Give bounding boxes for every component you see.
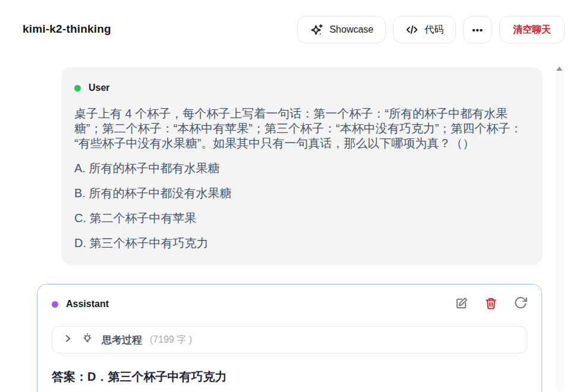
showcase-button-label: Showcase: [329, 24, 373, 35]
page-title: kimi-k2-thinking: [23, 23, 111, 36]
code-button-label: 代码: [424, 24, 443, 36]
thinking-word-count: (7199 字 ): [150, 334, 192, 346]
option-b: B. 所有的杯子中都没有水果糖: [74, 186, 528, 201]
assistant-role-dot: [52, 301, 58, 308]
user-role-dot: [74, 85, 81, 91]
header-bar: kimi-k2-thinking Showcase: [0, 0, 576, 57]
assistant-role-row: Assistant: [52, 299, 455, 309]
assistant-answer-text: 答案：D．第三个杯子中有巧克力: [52, 369, 527, 384]
sparkle-icon: [310, 23, 323, 37]
assistant-role-label: Assistant: [66, 299, 109, 309]
header-actions: Showcase 代码 ••• 清空聊天: [297, 16, 565, 43]
thinking-process-toggle[interactable]: 思考过程 (7199 字 ): [52, 326, 527, 353]
refresh-icon: [514, 296, 527, 312]
assistant-actions: [455, 296, 527, 312]
clear-chat-button[interactable]: 清空聊天: [499, 16, 565, 43]
lightbulb-icon: [81, 332, 94, 347]
user-message-card: User 桌子上有 4 个杯子，每个杯子上写着一句话：第一个杯子：“所有的杯子中…: [61, 67, 543, 265]
showcase-button[interactable]: Showcase: [297, 16, 386, 43]
option-a: A. 所有的杯子中都有水果糖: [74, 161, 528, 176]
scrollbar[interactable]: [555, 63, 564, 392]
option-c: C. 第二个杯子中有苹果: [74, 211, 528, 226]
user-role-label: User: [89, 83, 110, 93]
chat-page: kimi-k2-thinking Showcase: [0, 0, 576, 392]
code-button[interactable]: 代码: [393, 16, 456, 43]
user-role-row: User: [74, 83, 528, 93]
thinking-process-label: 思考过程: [102, 333, 142, 347]
regenerate-button[interactable]: [514, 296, 527, 312]
trash-icon: [484, 297, 498, 312]
delete-message-button[interactable]: [484, 297, 498, 312]
assistant-header-row: Assistant: [52, 296, 527, 312]
scroll-up-arrow-icon[interactable]: [556, 67, 562, 71]
ellipsis-icon: •••: [472, 25, 483, 35]
clear-chat-label: 清空聊天: [513, 24, 551, 36]
user-question-text: 桌子上有 4 个杯子，每个杯子上写着一句话：第一个杯子：“所有的杯子中都有水果糖…: [74, 106, 528, 151]
edit-message-button[interactable]: [455, 296, 468, 312]
more-options-button[interactable]: •••: [463, 16, 492, 43]
option-d: D. 第三个杯子中有巧克力: [74, 236, 528, 251]
chevron-right-icon: [62, 333, 73, 346]
code-brackets-icon: [405, 23, 418, 36]
assistant-message-card: Assistant: [37, 284, 542, 392]
edit-icon: [455, 296, 468, 312]
